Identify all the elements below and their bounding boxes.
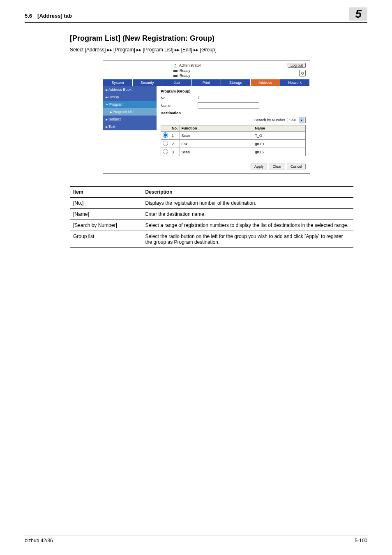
admin-icon xyxy=(173,63,178,68)
status1: Ready xyxy=(180,69,190,73)
row-radio[interactable] xyxy=(163,149,168,154)
row-no: 3 xyxy=(170,148,180,156)
search-label: Search by Number xyxy=(254,118,285,122)
tab-security[interactable]: Security xyxy=(133,79,162,86)
content: [Program List] (New Registration: Group)… xyxy=(0,23,392,248)
table-row: 2 Fax gru01 xyxy=(161,140,306,148)
sidebar-item-address-book[interactable]: Address Book xyxy=(103,86,157,93)
description: Select [Address] ▸▸ [Program] ▸▸ [Progra… xyxy=(70,47,367,53)
printer-icon xyxy=(173,74,178,78)
logout-button[interactable]: Log out xyxy=(288,63,306,68)
description-table: Item Description [No.] Displays the regi… xyxy=(70,186,353,248)
no-value: 7 xyxy=(198,96,200,100)
refresh-button[interactable]: ↻ xyxy=(299,70,306,76)
row-func: Scan xyxy=(180,132,253,140)
desc-desc: Select a range of registration numbers t… xyxy=(142,220,353,231)
chapter-number: 5 xyxy=(349,7,367,21)
clear-button[interactable]: Clear xyxy=(269,164,285,169)
row-name: gru01 xyxy=(253,140,306,148)
tab-storage[interactable]: Storage xyxy=(221,79,251,86)
name-label: Name xyxy=(161,104,198,108)
main-panel: Program (Group) No. 7 Name Destination S… xyxy=(157,86,310,160)
row-name: T_O xyxy=(253,132,306,140)
administrator-text: Administrator xyxy=(179,63,201,67)
search-select[interactable]: 1-50 ▾ xyxy=(288,117,306,123)
page-footer: bizhub 42/36 5-100 xyxy=(25,536,367,543)
tab-print[interactable]: Print xyxy=(192,79,221,86)
chevron-down-icon: ▾ xyxy=(299,117,304,123)
desc-desc: Displays the registration number of the … xyxy=(142,198,353,209)
page-title: [Program List] (New Registration: Group) xyxy=(70,34,367,43)
refresh-icon: ↻ xyxy=(301,71,304,76)
cancel-button[interactable]: Cancel xyxy=(287,164,306,169)
administrator-label: Administrator xyxy=(173,63,201,68)
col-function: Function xyxy=(180,125,253,132)
desc-item: Group list xyxy=(70,231,142,248)
page-header: 5.6 [Address] tab 5 xyxy=(25,0,367,23)
no-label: No. xyxy=(161,96,198,100)
tab-system[interactable]: System xyxy=(103,79,133,86)
desc-header-item: Item xyxy=(70,187,142,198)
sidebar-item-subject[interactable]: Subject xyxy=(103,116,157,123)
row-name: gru02 xyxy=(253,148,306,156)
col-no: No. xyxy=(170,125,180,132)
svg-rect-2 xyxy=(173,75,178,77)
sidebar-item-program-list[interactable]: Program List xyxy=(103,108,157,116)
desc-desc: Enter the destination name. xyxy=(142,209,353,220)
desc-desc: Select the radio button on the left for … xyxy=(142,231,353,248)
search-value: 1-50 xyxy=(289,118,296,122)
desc-item: [No.] xyxy=(70,198,142,209)
table-row: 3 Scan gru02 xyxy=(161,148,306,156)
form-title: Program (Group) xyxy=(161,89,306,93)
sidebar: Address Book Group Program Program List … xyxy=(103,86,157,160)
desc-item: [Search by Number] xyxy=(70,220,142,231)
tab-job[interactable]: Job xyxy=(162,79,192,86)
name-input[interactable] xyxy=(198,102,259,109)
sidebar-item-text[interactable]: Text xyxy=(103,123,157,130)
table-row: 1 Scan T_O xyxy=(161,132,306,140)
tab-network[interactable]: Network xyxy=(280,79,310,86)
desc-item: [Name] xyxy=(70,209,142,220)
row-radio[interactable] xyxy=(163,132,168,138)
header-left: 5.6 [Address] tab xyxy=(25,13,72,19)
row-no: 2 xyxy=(170,140,180,148)
tabs: System Security Job Print Storage Addres… xyxy=(103,79,310,86)
sidebar-item-program[interactable]: Program xyxy=(103,101,157,108)
tab-address[interactable]: Address xyxy=(251,79,280,86)
row-radio[interactable] xyxy=(163,141,168,146)
footer-right: 5-100 xyxy=(355,538,367,543)
app-frame: Administrator Log out Ready Ready ↻ Syst… xyxy=(103,60,310,174)
desc-header-desc: Description xyxy=(142,187,353,198)
col-name: Name xyxy=(253,125,306,132)
status-line-1: Ready xyxy=(173,69,190,73)
printer-icon xyxy=(173,69,178,73)
row-func: Scan xyxy=(180,148,253,156)
row-func: Fax xyxy=(180,140,253,148)
group-table: No. Function Name 1 Scan T_O 2 Fax xyxy=(161,125,306,156)
row-no: 1 xyxy=(170,132,180,140)
destination-label: Destination xyxy=(161,111,306,115)
svg-point-0 xyxy=(175,64,176,65)
footer-left: bizhub 42/36 xyxy=(25,538,53,543)
apply-button[interactable]: Apply xyxy=(251,164,267,169)
status2: Ready xyxy=(180,74,190,78)
col-radio xyxy=(161,125,170,132)
sidebar-item-group[interactable]: Group xyxy=(103,93,157,101)
svg-rect-1 xyxy=(173,70,178,72)
status-line-2: Ready xyxy=(173,74,190,78)
